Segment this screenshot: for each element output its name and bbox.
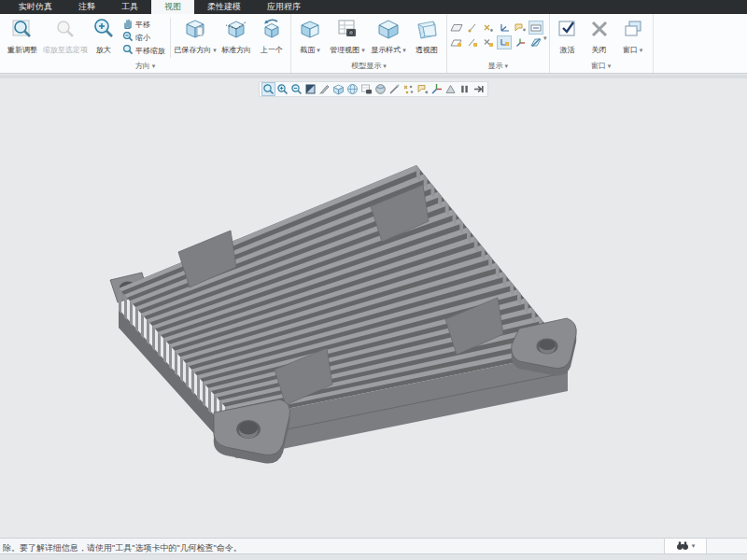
refit-button[interactable]: 重新调整 (2, 15, 43, 61)
button-label: 平移缩放 (135, 46, 165, 56)
gfx-exit-button[interactable] (472, 82, 486, 96)
button-label: 管理视图 (330, 46, 364, 54)
group-label-window[interactable]: 窗口 (552, 61, 651, 73)
status-bar: 除。要了解详细信息，请使用"工具"选项卡中的"几何检查"命令。 ▾ (0, 538, 747, 553)
ribbon-tab-bar: 实时仿真 注释 工具 视图 柔性建模 应用程序 (0, 0, 747, 14)
activate-checkbox-icon (556, 17, 580, 45)
datum-display-grid (449, 15, 543, 61)
pan-zoom-magnifier-icon (122, 42, 134, 59)
button-label: 已保存方向 (174, 46, 216, 54)
button-label: 窗口 (623, 46, 642, 54)
gfx-view-manager-button[interactable] (359, 82, 374, 96)
activate-button[interactable]: 激活 (552, 15, 584, 61)
close-window-button[interactable]: 关闭 (584, 15, 615, 61)
display-style-cube-icon (376, 17, 401, 45)
separator (170, 18, 171, 58)
view-manager-icon (335, 17, 359, 45)
pan-zoom-stack: 平移 缩小 平移缩放 (120, 15, 168, 61)
binoculars-icon (676, 538, 689, 554)
saved-orientations-button[interactable]: 已保存方向 (173, 15, 218, 61)
chevron-down-icon[interactable]: ▾ (543, 35, 547, 42)
axis-tag-display-toggle[interactable] (465, 35, 480, 49)
group-label-model-display[interactable]: 模型显示 (293, 61, 444, 73)
csys-tag-display-toggle[interactable] (497, 35, 512, 49)
button-label: 平移 (135, 20, 150, 30)
button-label: 标准方向 (221, 46, 251, 54)
zoom-selected-magnifier-icon (53, 17, 78, 45)
perspective-cube-icon (415, 17, 439, 45)
dimension-display-toggle[interactable] (529, 21, 543, 35)
bottom-strip (0, 553, 747, 560)
manage-views-button[interactable]: 管理视图 (327, 15, 368, 61)
plane-tag-display-toggle[interactable] (449, 35, 464, 49)
pan-zoom-button[interactable]: 平移缩放 (120, 44, 168, 57)
tab-annotate[interactable]: 注释 (65, 0, 108, 14)
gfx-perspective-button[interactable] (374, 82, 388, 96)
chevron-down-icon[interactable]: ▾ (692, 542, 696, 550)
section-cube-icon (298, 17, 322, 45)
tab-applications[interactable]: 应用程序 (254, 0, 314, 14)
ribbon-group-model-display: 截面 管理视图 显示样式 透视图 模型显示 (291, 14, 447, 73)
tab-view[interactable]: 视图 (151, 0, 194, 14)
ribbon: 重新调整 缩放至选定项 放大 平移 (0, 14, 747, 74)
section-display-toggle[interactable] (529, 35, 543, 49)
button-label: 截面 (300, 46, 319, 54)
ribbon-spacer (654, 14, 747, 73)
plane-display-toggle[interactable] (449, 21, 464, 35)
gfx-section-button[interactable] (388, 82, 402, 96)
button-label: 激活 (560, 46, 575, 54)
zoom-to-selected-button: 缩放至选定项 (43, 15, 88, 61)
zoom-in-button[interactable]: 放大 (88, 15, 120, 61)
ribbon-group-window: 激活 关闭 窗口 窗口 (550, 14, 654, 73)
point-tag-display-toggle[interactable] (481, 35, 496, 49)
windows-button[interactable]: 窗口 (615, 15, 651, 61)
ribbon-group-show: ▾ 显示 (447, 14, 550, 73)
refit-magnifier-icon (10, 17, 35, 45)
annotation-display-toggle[interactable] (513, 21, 528, 35)
close-x-icon (587, 17, 612, 45)
gfx-render-button[interactable] (317, 82, 331, 96)
gfx-zoom-in-button[interactable] (275, 82, 289, 96)
button-label: 上一个 (261, 46, 283, 54)
axis-display-toggle[interactable] (465, 21, 480, 35)
standard-orientation-cube-icon (224, 17, 248, 45)
button-label: 显示样式 (371, 46, 405, 54)
gfx-repaint-button[interactable] (303, 82, 317, 96)
sections-button[interactable]: 截面 (293, 15, 327, 61)
in-graphics-toolbar (259, 81, 488, 97)
graphics-viewport[interactable] (0, 75, 747, 538)
button-label: 透视图 (416, 46, 438, 54)
tab-realtime-simulation[interactable]: 实时仿真 (6, 0, 65, 14)
gfx-saved-orientations-button[interactable] (345, 82, 359, 96)
heatsink-3d-model[interactable] (0, 75, 747, 538)
gfx-zoom-out-button[interactable] (289, 82, 303, 96)
button-label: 放大 (96, 46, 111, 54)
gfx-spin-center-button[interactable] (430, 82, 444, 96)
button-label: 缩放至选定项 (43, 46, 88, 54)
previous-view-button[interactable]: 上一个 (255, 15, 289, 61)
saved-orientations-cube-icon (183, 17, 207, 45)
tab-tools[interactable]: 工具 (108, 0, 151, 14)
gfx-datum-display-button[interactable] (444, 82, 458, 96)
tab-flexible-modeling[interactable]: 柔性建模 (194, 0, 254, 14)
group-label-orientation[interactable]: 方向 (2, 61, 289, 73)
spin-center-toggle[interactable] (513, 35, 528, 49)
button-label: 重新调整 (7, 46, 37, 54)
windows-cascade-icon (621, 17, 645, 45)
previous-view-cube-icon (260, 17, 284, 45)
group-label-show[interactable]: 显示 (449, 61, 547, 73)
button-label: 缩小 (135, 33, 150, 43)
zoom-in-magnifier-icon (92, 17, 116, 45)
csys-display-toggle[interactable] (497, 21, 512, 35)
standard-orientation-button[interactable]: 标准方向 (218, 15, 255, 61)
gfx-display-style-button[interactable] (331, 82, 345, 96)
point-display-toggle[interactable] (481, 21, 496, 35)
gfx-pause-button[interactable] (458, 82, 472, 96)
perspective-button[interactable]: 透视图 (409, 15, 444, 61)
gfx-refit-button[interactable] (261, 82, 275, 96)
gfx-datum-filters-button[interactable] (402, 82, 416, 96)
find-in-model-button[interactable]: ▾ (664, 539, 707, 553)
ribbon-group-orientation: 重新调整 缩放至选定项 放大 平移 (0, 14, 291, 73)
gfx-annotation-display-button[interactable] (416, 82, 430, 96)
display-style-button[interactable]: 显示样式 (368, 15, 409, 61)
